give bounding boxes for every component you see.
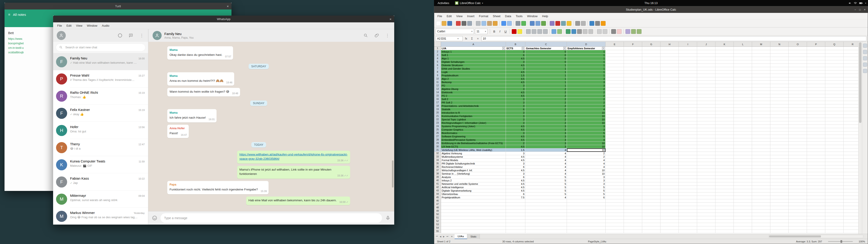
sidebar-properties-icon[interactable] [863,43,867,48]
cell-J20[interactable] [697,111,715,115]
cell-E24[interactable] [606,125,624,128]
cell-D45[interactable]: 6 [567,196,606,199]
cell-J21[interactable] [697,115,715,118]
cell-C24[interactable]: 3 [525,125,567,128]
cell-D4[interactable]: 1 [567,57,606,60]
cell-E5[interactable] [606,60,624,64]
row-header-51[interactable]: 51 [434,216,441,220]
cell-N54[interactable] [770,226,789,230]
font-name-combo[interactable]: Calibri ▾ [436,29,474,34]
cell-A3[interactable]: Soft 1 [441,54,506,57]
cell-G36[interactable] [642,165,660,169]
cell-K35[interactable] [715,162,734,165]
cell-I4[interactable] [679,57,697,60]
cell-M13[interactable] [752,87,770,91]
cell-R46[interactable] [844,199,858,203]
cell-I1[interactable] [679,47,697,50]
cell-N29[interactable] [770,142,789,145]
chat-list-item[interactable]: RRaRo OHNE Richi15:19Thomas: 👍 [53,87,148,104]
cell-J3[interactable] [697,54,715,57]
column-header-F[interactable]: F [624,42,642,47]
cell-F26[interactable] [624,131,642,135]
cell-H38[interactable] [660,172,679,176]
cell-F20[interactable] [624,111,642,115]
cell-N23[interactable] [770,121,789,125]
cell-J42[interactable] [697,186,715,189]
cell-A42[interactable]: Artificial Intelligence [441,186,506,189]
cell-L51[interactable] [734,216,752,220]
cell-E42[interactable] [606,186,624,189]
cell-C7[interactable]: 1 [525,67,567,70]
cell-J7[interactable] [697,67,715,70]
cell-A53[interactable] [441,223,506,226]
cell-M29[interactable] [752,142,770,145]
cell-J9[interactable] [697,74,715,77]
cell-A10[interactable]: Algo 2 [441,77,506,81]
cell-F35[interactable] [624,162,642,165]
cell-Q24[interactable] [825,125,844,128]
cell-H1[interactable] [660,47,679,50]
menu-audio[interactable]: Audio [100,24,112,27]
cell-M11[interactable] [752,81,770,84]
cell-G19[interactable] [642,108,660,111]
cell-K46[interactable] [715,199,734,203]
cell-R37[interactable] [844,169,858,172]
cell-R20[interactable] [844,111,858,115]
cell-D20[interactable]: 10 [567,111,606,115]
cell-K22[interactable] [715,118,734,121]
cell-K8[interactable] [715,70,734,74]
cell-N36[interactable] [770,165,789,169]
cell-I22[interactable] [679,118,697,121]
cell-B3[interactable]: 6 [506,54,525,57]
cell-C35[interactable]: 4 [525,162,567,165]
menu-format[interactable]: Format [477,14,491,18]
cell-H18[interactable] [660,104,679,108]
cell-L26[interactable] [734,131,752,135]
cell-E29[interactable] [606,142,624,145]
cell-K39[interactable] [715,176,734,179]
cell-P55[interactable] [807,230,825,233]
cell-F19[interactable] [624,108,642,111]
cell-B33[interactable]: 4.5 [506,155,525,159]
cell-J19[interactable] [697,108,715,111]
cell-H47[interactable] [660,203,679,206]
cell-P45[interactable] [807,196,825,199]
cell-M43[interactable] [752,189,770,192]
cell-N8[interactable] [770,70,789,74]
last-sheet-icon[interactable]: ⏭ [445,235,449,238]
cell-N33[interactable] [770,155,789,159]
cell-L24[interactable] [734,125,752,128]
row-header-41[interactable]: 41 [434,182,441,186]
cell-K28[interactable] [715,138,734,142]
cell-O12[interactable] [789,84,807,87]
cell-J36[interactable] [697,165,715,169]
cell-M54[interactable] [752,226,770,230]
cell-A11[interactable]: Berkomp [441,81,506,84]
cell-P13[interactable] [807,87,825,91]
cell-O24[interactable] [789,125,807,128]
cell-G5[interactable] [642,60,660,64]
app-menu-button[interactable]: LibreOffice Calc ▾ [453,1,485,5]
cell-I12[interactable] [679,84,697,87]
cell-C54[interactable] [525,226,567,230]
cell-I9[interactable] [679,74,697,77]
menu-icon[interactable]: ⋮ [385,33,390,38]
cell-H53[interactable] [660,223,679,226]
cell-B31[interactable]: 1.5 [506,148,525,152]
cell-H14[interactable] [660,91,679,94]
cell-I13[interactable] [679,87,697,91]
cell-N45[interactable] [770,196,789,199]
cell-I42[interactable] [679,186,697,189]
cell-D38[interactable]: 10 [567,172,606,176]
cell-O50[interactable] [789,213,807,216]
cell-N9[interactable] [770,74,789,77]
cell-N4[interactable] [770,57,789,60]
cell-P32[interactable] [807,152,825,155]
cell-M3[interactable] [752,54,770,57]
cell-J34[interactable] [697,159,715,162]
cell-C37[interactable]: 4 [525,169,567,172]
cell-Q53[interactable] [825,223,844,226]
cell-B8[interactable]: 4.5 [506,70,525,74]
sender-name[interactable]: Anna Hofer [169,126,186,130]
cell-M27[interactable] [752,135,770,138]
